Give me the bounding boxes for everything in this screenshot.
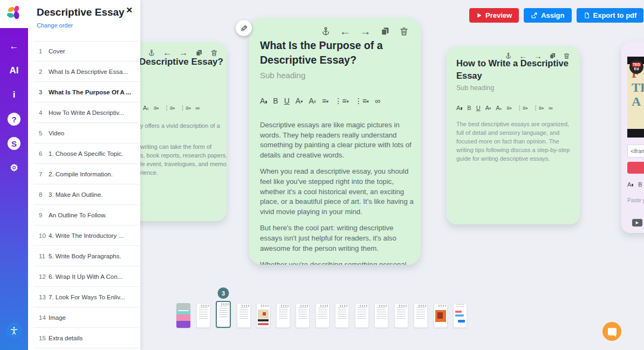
ordered-list-icon[interactable]: ⋮≡▾ xyxy=(163,105,175,112)
list-item-5[interactable]: 5Video xyxy=(33,123,139,143)
close-icon[interactable]: ✕ xyxy=(126,5,133,15)
move-back-icon[interactable]: ← xyxy=(340,25,351,38)
back-button[interactable]: ← xyxy=(0,35,28,58)
edit-style-button[interactable]: ✎ xyxy=(236,20,252,36)
card-how-to-write[interactable]: ←→ How to Write a Descriptive Essay Sub … xyxy=(447,46,580,224)
list-item-8[interactable]: 83. Make An Outline. xyxy=(33,184,139,205)
move-forward-icon[interactable]: → xyxy=(360,25,371,38)
page-thumbnail-1[interactable] xyxy=(176,303,190,328)
list-item-7[interactable]: 72. Compile Information. xyxy=(33,164,139,184)
bold-icon[interactable]: B xyxy=(638,181,642,188)
bold-icon[interactable]: B xyxy=(273,97,278,105)
thumbnail-slot-12 xyxy=(394,303,408,328)
card-title[interactable]: How to Write a Descriptive Essay xyxy=(456,57,573,82)
subheading-placeholder[interactable]: Sub heading xyxy=(456,84,494,92)
list-item-number: 8 xyxy=(39,191,49,198)
video-poster[interactable]: FTEA TED Ed xyxy=(627,57,644,138)
align-icon[interactable]: ≡▾ xyxy=(154,105,159,112)
delete-icon[interactable] xyxy=(399,26,409,36)
anchor-icon[interactable] xyxy=(148,49,155,57)
font-color-icon[interactable]: A xyxy=(260,97,267,105)
bullet-list-icon[interactable]: ⋮≡▾ xyxy=(532,105,544,112)
ordered-list-icon[interactable]: ⋮≡▾ xyxy=(334,97,348,105)
page-thumbnail-6[interactable] xyxy=(276,303,290,328)
page-thumbnail-11[interactable] xyxy=(374,303,388,328)
list-item-6[interactable]: 61. Choose A Specific Topic. xyxy=(33,143,139,164)
settings-gear-icon: ⚙ xyxy=(10,162,18,174)
card-title-fragment: Descriptive Essay? xyxy=(139,57,223,67)
chat-button[interactable]: S xyxy=(0,132,28,155)
card-body[interactable]: Descriptive essays are like magic pictur… xyxy=(260,120,414,265)
anchor-icon[interactable] xyxy=(321,26,331,36)
page-thumbnail-10[interactable] xyxy=(355,303,369,328)
list-item-11[interactable]: 115. Write Body Paragraphs. xyxy=(33,246,139,266)
font-size-icon[interactable]: A▾ xyxy=(485,105,491,112)
subheading-placeholder[interactable]: Sub heading xyxy=(260,71,305,80)
link-icon[interactable]: ∞ xyxy=(196,105,200,112)
page-thumbnail-8[interactable] xyxy=(316,303,330,328)
clear-format-icon[interactable]: Ax xyxy=(496,105,502,112)
list-item-12[interactable]: 126. Wrap It Up With A Con... xyxy=(33,266,139,287)
list-item-9[interactable]: 9An Outline To Follow. xyxy=(33,205,139,225)
list-item-3[interactable]: 3What Is The Purpose Of A ... xyxy=(33,82,139,102)
list-item-14[interactable]: 14Image xyxy=(33,307,139,328)
ordered-list-icon[interactable]: ⋮≡▾ xyxy=(517,105,528,112)
clear-format-icon[interactable]: Ax xyxy=(143,105,149,112)
accessibility-button[interactable] xyxy=(0,319,28,342)
list-item-4[interactable]: 4How To Write A Descriptiv... xyxy=(33,102,139,123)
page-thumbnail-3[interactable] xyxy=(216,301,231,328)
card-body[interactable]: The best descriptive essays are organize… xyxy=(456,120,571,163)
align-icon[interactable]: ≡▾ xyxy=(506,105,512,112)
page-thumbnail-5[interactable] xyxy=(256,303,270,328)
delete-icon[interactable] xyxy=(210,49,218,57)
font-color-icon[interactable]: A xyxy=(456,105,462,112)
export-pdf-button[interactable]: Export to pdf xyxy=(577,8,644,23)
list-item-2[interactable]: 2What Is A Descriptive Essa... xyxy=(33,61,139,82)
bullet-list-icon[interactable]: ⋮≡▾ xyxy=(180,105,191,112)
page-thumbnail-4[interactable] xyxy=(237,303,251,328)
card-video[interactable]: FTEA TED Ed <ifram AB Paste y ▶ xyxy=(621,42,644,233)
card-purpose-of-descriptive-essay[interactable]: ←→ What Is the Purpose of a Descriptive … xyxy=(249,18,421,265)
list-item-1[interactable]: 1Cover xyxy=(33,41,139,61)
change-order-link[interactable]: Change order xyxy=(37,22,73,29)
ai-button[interactable]: AI xyxy=(0,59,28,83)
list-item-10[interactable]: 104. Write The Introductory ... xyxy=(33,225,139,246)
font-size-icon[interactable]: A▾ xyxy=(296,97,303,105)
list-item-15[interactable]: 15Extra details xyxy=(33,328,139,348)
page-thumbnail-13[interactable] xyxy=(414,303,428,328)
underline-icon[interactable]: U xyxy=(476,105,481,112)
duplicate-icon[interactable] xyxy=(380,26,390,36)
preview-label: Preview xyxy=(485,11,512,19)
link-icon[interactable]: ∞ xyxy=(375,97,380,105)
page-thumbnail-14[interactable] xyxy=(434,303,448,328)
paste-placeholder[interactable]: Paste y xyxy=(627,197,644,203)
text-toolbar: ABUA▾Ax≡▾⋮≡▾⋮≡▾∞ xyxy=(260,97,380,105)
assign-button[interactable]: Assign xyxy=(524,8,571,23)
list-item-number: 4 xyxy=(39,109,49,116)
link-icon[interactable]: ∞ xyxy=(549,105,553,112)
embed-code-input[interactable]: <ifram xyxy=(627,145,644,157)
back-icon: ← xyxy=(10,41,19,52)
font-color-icon[interactable]: A xyxy=(627,181,633,188)
card-title[interactable]: What Is the Purpose of a Descriptive Ess… xyxy=(260,38,415,67)
video-action-button[interactable] xyxy=(627,162,644,174)
underline-icon[interactable]: U xyxy=(284,97,290,105)
support-chat-button[interactable] xyxy=(602,322,621,341)
info-button[interactable]: i xyxy=(0,83,28,107)
page-thumbnail-9[interactable] xyxy=(335,303,349,328)
duplicate-icon[interactable] xyxy=(195,49,203,57)
clear-format-icon[interactable]: Ax xyxy=(309,97,316,105)
play-button[interactable]: ▶ xyxy=(632,219,642,227)
page-thumbnail-15[interactable] xyxy=(453,303,467,328)
page-thumbnail-7[interactable] xyxy=(296,303,310,328)
settings-gear-button[interactable]: ⚙ xyxy=(0,156,28,180)
list-item-13[interactable]: 137. Look For Ways To Enliv... xyxy=(33,287,139,307)
preview-button[interactable]: Preview xyxy=(469,8,519,23)
bold-icon[interactable]: B xyxy=(467,105,471,112)
help-button[interactable]: ? xyxy=(0,107,28,131)
bullet-list-icon[interactable]: ⋮≡▾ xyxy=(355,97,369,105)
app-logo[interactable] xyxy=(0,0,28,28)
page-thumbnail-2[interactable] xyxy=(196,303,210,328)
align-icon[interactable]: ≡▾ xyxy=(322,97,328,105)
page-thumbnail-12[interactable] xyxy=(394,303,408,328)
